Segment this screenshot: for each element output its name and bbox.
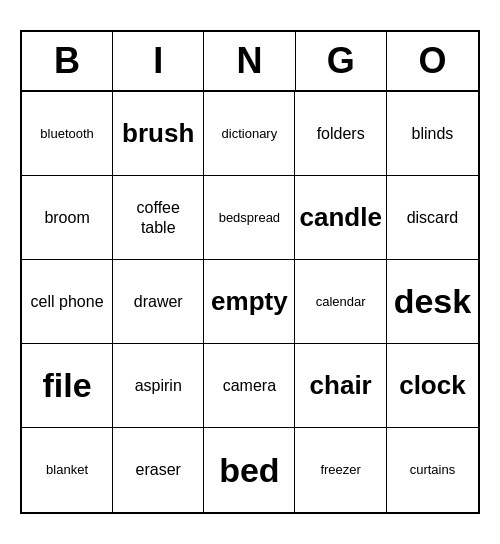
header-letter: O (387, 32, 478, 90)
header-letter: G (296, 32, 387, 90)
bingo-cell: clock (387, 344, 478, 428)
bingo-cell: discard (387, 176, 478, 260)
bingo-cell: curtains (387, 428, 478, 512)
bingo-cell: bluetooth (22, 92, 113, 176)
bingo-cell: camera (204, 344, 295, 428)
header-letter: N (204, 32, 295, 90)
bingo-cell: freezer (295, 428, 386, 512)
bingo-cell: cell phone (22, 260, 113, 344)
bingo-card: BINGO bluetoothbrushdictionaryfoldersbli… (20, 30, 480, 514)
bingo-cell: calendar (295, 260, 386, 344)
bingo-cell: dictionary (204, 92, 295, 176)
bingo-cell: file (22, 344, 113, 428)
bingo-cell: broom (22, 176, 113, 260)
bingo-cell: blanket (22, 428, 113, 512)
header-letter: B (22, 32, 113, 90)
bingo-cell: drawer (113, 260, 204, 344)
bingo-cell: bed (204, 428, 295, 512)
bingo-cell: candle (295, 176, 386, 260)
bingo-grid: bluetoothbrushdictionaryfoldersblindsbro… (22, 92, 478, 512)
bingo-cell: eraser (113, 428, 204, 512)
header-letter: I (113, 32, 204, 90)
bingo-cell: empty (204, 260, 295, 344)
bingo-cell: coffee table (113, 176, 204, 260)
bingo-cell: brush (113, 92, 204, 176)
bingo-cell: bedspread (204, 176, 295, 260)
bingo-cell: blinds (387, 92, 478, 176)
bingo-header: BINGO (22, 32, 478, 92)
bingo-cell: chair (295, 344, 386, 428)
bingo-cell: folders (295, 92, 386, 176)
bingo-cell: desk (387, 260, 478, 344)
bingo-cell: aspirin (113, 344, 204, 428)
